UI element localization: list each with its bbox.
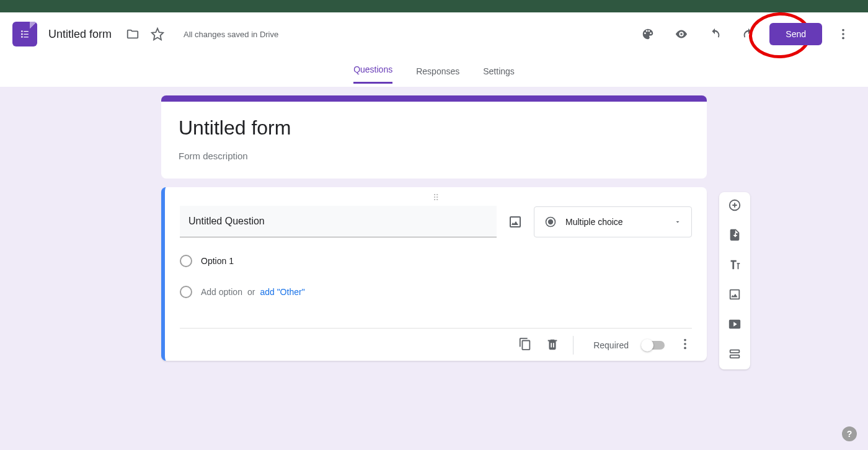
form-title-card[interactable]: Untitled form Form description [161, 95, 707, 179]
add-image-to-question-icon[interactable] [508, 214, 523, 229]
radio-icon [180, 286, 192, 298]
form-column: Untitled form Form description ⠿ Multipl… [161, 95, 707, 361]
import-questions-icon[interactable] [728, 228, 742, 244]
svg-point-12 [684, 339, 686, 342]
question-card[interactable]: ⠿ Multiple choice Option 1 [161, 187, 707, 361]
redo-icon[interactable] [736, 22, 761, 46]
drag-handle-icon[interactable]: ⠿ [180, 196, 692, 206]
option-label[interactable]: Option 1 [201, 256, 234, 266]
customize-theme-icon[interactable] [636, 22, 660, 46]
floating-toolbar [719, 192, 750, 369]
add-title-icon[interactable] [728, 258, 742, 274]
add-option-text[interactable]: Add option [201, 287, 242, 297]
form-canvas: Untitled form Form description ⠿ Multipl… [0, 87, 868, 361]
form-title[interactable]: Untitled form [179, 117, 689, 139]
required-label: Required [593, 340, 629, 350]
more-options-icon[interactable] [831, 22, 856, 46]
radio-icon [180, 255, 192, 267]
svg-rect-17 [730, 355, 740, 358]
svg-rect-1 [24, 31, 29, 32]
options-list: Option 1 Add option or add "Other" [180, 237, 692, 328]
add-video-icon[interactable] [728, 317, 742, 333]
svg-point-9 [842, 37, 844, 40]
svg-rect-2 [21, 33, 23, 35]
svg-rect-5 [24, 37, 29, 37]
add-image-icon[interactable] [728, 288, 742, 304]
add-option-row[interactable]: Add option or add "Other" [180, 286, 692, 298]
add-section-icon[interactable] [728, 347, 742, 363]
question-type-label: Multiple choice [565, 217, 665, 227]
browser-chrome-bar [0, 0, 868, 12]
svg-rect-16 [730, 350, 740, 353]
svg-point-8 [842, 33, 844, 35]
svg-point-13 [684, 343, 686, 345]
send-button[interactable]: Send [769, 23, 822, 45]
header-row: Untitled form All changes saved in Drive… [0, 12, 868, 56]
tab-settings[interactable]: Settings [483, 66, 515, 84]
move-to-folder-icon[interactable] [125, 27, 140, 42]
question-type-dropdown[interactable]: Multiple choice [534, 206, 692, 237]
add-question-icon[interactable] [728, 198, 742, 214]
duplicate-question-icon[interactable] [518, 337, 532, 353]
tab-responses[interactable]: Responses [416, 66, 459, 84]
preview-icon[interactable] [669, 22, 694, 46]
svg-rect-3 [24, 34, 29, 35]
add-other-link[interactable]: add "Other" [260, 287, 304, 297]
svg-rect-0 [21, 30, 23, 32]
form-description-placeholder[interactable]: Form description [179, 151, 689, 161]
header-actions: Send [636, 22, 856, 46]
undo-icon[interactable] [702, 22, 727, 46]
delete-question-icon[interactable] [546, 337, 559, 353]
or-text: or [247, 287, 255, 297]
forms-logo-icon[interactable] [12, 22, 37, 46]
question-more-icon[interactable] [678, 337, 692, 353]
svg-point-14 [684, 347, 686, 350]
help-icon[interactable]: ? [842, 426, 857, 441]
chevron-down-icon [674, 218, 681, 226]
required-toggle[interactable] [642, 341, 665, 350]
question-header-row: Multiple choice [180, 206, 692, 237]
document-title[interactable]: Untitled form [48, 28, 112, 41]
svg-marker-6 [152, 29, 163, 40]
svg-rect-4 [21, 36, 23, 38]
header-bar: Untitled form All changes saved in Drive… [0, 12, 868, 87]
question-title-input[interactable] [180, 206, 497, 237]
svg-point-11 [548, 219, 553, 224]
svg-point-7 [842, 29, 844, 32]
tab-questions[interactable]: Questions [353, 64, 392, 84]
question-footer: Required [180, 328, 692, 355]
save-status-text: All changes saved in Drive [184, 30, 278, 39]
divider [573, 336, 574, 355]
option-row[interactable]: Option 1 [180, 255, 692, 267]
star-icon[interactable] [150, 27, 165, 42]
tabs-row: Questions Responses Settings [0, 56, 868, 84]
